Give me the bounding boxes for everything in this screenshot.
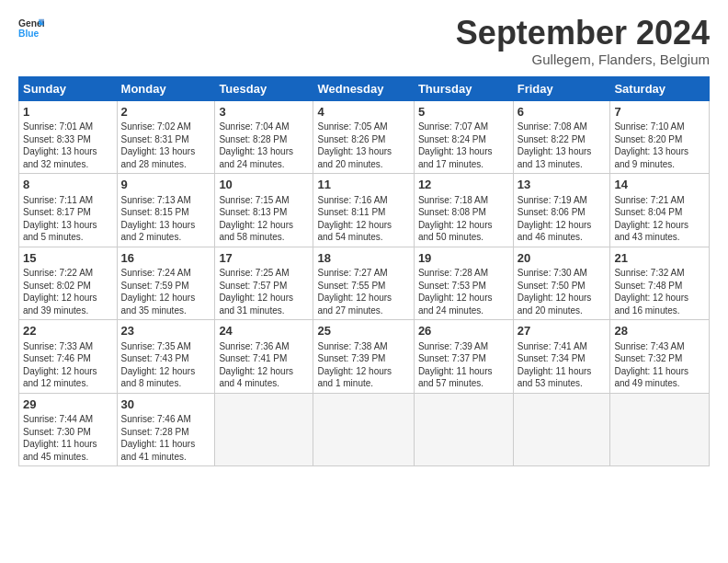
day-detail-16: Sunrise: 7:24 AM Sunset: 7:59 PM Dayligh… xyxy=(121,267,211,316)
day-detail-29: Sunrise: 7:44 AM Sunset: 7:30 PM Dayligh… xyxy=(23,413,113,463)
day-number-15: 15 xyxy=(23,250,113,267)
day-detail-18: Sunrise: 7:27 AM Sunset: 7:55 PM Dayligh… xyxy=(317,267,409,316)
day-number-4: 4 xyxy=(317,104,409,121)
table-row xyxy=(414,393,513,466)
day-number-9: 9 xyxy=(121,177,211,193)
table-row: 25Sunrise: 7:38 AM Sunset: 7:39 PM Dayli… xyxy=(313,320,414,394)
calendar-row-4: 22Sunrise: 7:33 AM Sunset: 7:46 PM Dayli… xyxy=(19,320,710,394)
calendar-table: Sunday Monday Tuesday Wednesday Thursday… xyxy=(18,76,710,467)
day-number-14: 14 xyxy=(614,177,705,193)
table-row xyxy=(215,393,313,466)
table-row: 29Sunrise: 7:44 AM Sunset: 7:30 PM Dayli… xyxy=(19,393,118,466)
day-number-30: 30 xyxy=(121,396,211,413)
day-number-11: 11 xyxy=(317,177,409,193)
day-detail-7: Sunrise: 7:10 AM Sunset: 8:20 PM Dayligh… xyxy=(614,121,705,170)
day-number-25: 25 xyxy=(317,323,409,339)
table-row: 19Sunrise: 7:28 AM Sunset: 7:53 PM Dayli… xyxy=(414,247,513,320)
day-detail-10: Sunrise: 7:15 AM Sunset: 8:13 PM Dayligh… xyxy=(219,194,309,244)
day-number-17: 17 xyxy=(219,250,309,267)
table-row: 20Sunrise: 7:30 AM Sunset: 7:50 PM Dayli… xyxy=(513,247,610,320)
day-detail-25: Sunrise: 7:38 AM Sunset: 7:39 PM Dayligh… xyxy=(317,340,409,390)
table-row: 26Sunrise: 7:39 AM Sunset: 7:37 PM Dayli… xyxy=(414,320,513,394)
day-number-28: 28 xyxy=(614,323,705,339)
calendar-row-5: 29Sunrise: 7:44 AM Sunset: 7:30 PM Dayli… xyxy=(19,393,710,466)
day-number-20: 20 xyxy=(518,250,607,267)
day-number-7: 7 xyxy=(614,104,705,121)
day-detail-20: Sunrise: 7:30 AM Sunset: 7:50 PM Dayligh… xyxy=(518,267,607,316)
col-tuesday: Tuesday xyxy=(215,76,313,100)
col-thursday: Thursday xyxy=(414,76,513,100)
day-number-6: 6 xyxy=(518,104,607,121)
table-row xyxy=(610,393,710,466)
table-row: 3Sunrise: 7:04 AM Sunset: 8:28 PM Daylig… xyxy=(215,100,313,174)
day-detail-2: Sunrise: 7:02 AM Sunset: 8:31 PM Dayligh… xyxy=(121,121,211,170)
calendar-row-3: 15Sunrise: 7:22 AM Sunset: 8:02 PM Dayli… xyxy=(19,247,710,320)
day-detail-21: Sunrise: 7:32 AM Sunset: 7:48 PM Dayligh… xyxy=(614,267,705,316)
page: General Blue September 2024 Gullegem, Fl… xyxy=(0,0,728,563)
calendar-header-row: Sunday Monday Tuesday Wednesday Thursday… xyxy=(19,76,710,100)
day-number-3: 3 xyxy=(219,104,309,121)
day-number-26: 26 xyxy=(418,323,509,339)
col-wednesday: Wednesday xyxy=(313,76,414,100)
table-row: 5Sunrise: 7:07 AM Sunset: 8:24 PM Daylig… xyxy=(414,100,513,174)
table-row: 6Sunrise: 7:08 AM Sunset: 8:22 PM Daylig… xyxy=(513,100,610,174)
col-monday: Monday xyxy=(117,76,215,100)
day-detail-23: Sunrise: 7:35 AM Sunset: 7:43 PM Dayligh… xyxy=(121,340,211,390)
day-detail-17: Sunrise: 7:25 AM Sunset: 7:57 PM Dayligh… xyxy=(219,267,309,316)
month-title: September 2024 xyxy=(456,15,710,52)
day-detail-5: Sunrise: 7:07 AM Sunset: 8:24 PM Dayligh… xyxy=(418,121,509,170)
day-number-19: 19 xyxy=(418,250,509,267)
day-detail-22: Sunrise: 7:33 AM Sunset: 7:46 PM Dayligh… xyxy=(23,340,113,390)
day-detail-13: Sunrise: 7:19 AM Sunset: 8:06 PM Dayligh… xyxy=(518,194,607,244)
day-number-21: 21 xyxy=(614,250,705,267)
day-detail-28: Sunrise: 7:43 AM Sunset: 7:32 PM Dayligh… xyxy=(614,340,705,390)
day-detail-1: Sunrise: 7:01 AM Sunset: 8:33 PM Dayligh… xyxy=(23,121,113,170)
table-row: 27Sunrise: 7:41 AM Sunset: 7:34 PM Dayli… xyxy=(513,320,610,394)
day-detail-15: Sunrise: 7:22 AM Sunset: 8:02 PM Dayligh… xyxy=(23,267,113,316)
day-detail-30: Sunrise: 7:46 AM Sunset: 7:28 PM Dayligh… xyxy=(121,413,211,463)
table-row: 4Sunrise: 7:05 AM Sunset: 8:26 PM Daylig… xyxy=(313,100,414,174)
table-row: 9Sunrise: 7:13 AM Sunset: 8:15 PM Daylig… xyxy=(117,174,215,247)
day-detail-27: Sunrise: 7:41 AM Sunset: 7:34 PM Dayligh… xyxy=(518,340,607,390)
day-number-18: 18 xyxy=(317,250,409,267)
calendar-body: 1Sunrise: 7:01 AM Sunset: 8:33 PM Daylig… xyxy=(19,100,710,466)
day-number-5: 5 xyxy=(418,104,509,121)
table-row: 12Sunrise: 7:18 AM Sunset: 8:08 PM Dayli… xyxy=(414,174,513,247)
table-row: 22Sunrise: 7:33 AM Sunset: 7:46 PM Dayli… xyxy=(19,320,118,394)
title-block: September 2024 Gullegem, Flanders, Belgi… xyxy=(456,15,710,67)
col-saturday: Saturday xyxy=(610,76,710,100)
logo: General Blue xyxy=(18,15,44,40)
table-row: 7Sunrise: 7:10 AM Sunset: 8:20 PM Daylig… xyxy=(610,100,710,174)
table-row: 10Sunrise: 7:15 AM Sunset: 8:13 PM Dayli… xyxy=(215,174,313,247)
table-row: 23Sunrise: 7:35 AM Sunset: 7:43 PM Dayli… xyxy=(117,320,215,394)
table-row: 24Sunrise: 7:36 AM Sunset: 7:41 PM Dayli… xyxy=(215,320,313,394)
day-detail-4: Sunrise: 7:05 AM Sunset: 8:26 PM Dayligh… xyxy=(317,121,409,170)
table-row: 8Sunrise: 7:11 AM Sunset: 8:17 PM Daylig… xyxy=(19,174,118,247)
day-detail-14: Sunrise: 7:21 AM Sunset: 8:04 PM Dayligh… xyxy=(614,194,705,244)
table-row: 13Sunrise: 7:19 AM Sunset: 8:06 PM Dayli… xyxy=(513,174,610,247)
day-number-12: 12 xyxy=(418,177,509,193)
table-row: 28Sunrise: 7:43 AM Sunset: 7:32 PM Dayli… xyxy=(610,320,710,394)
day-detail-6: Sunrise: 7:08 AM Sunset: 8:22 PM Dayligh… xyxy=(518,121,607,170)
col-sunday: Sunday xyxy=(19,76,118,100)
table-row xyxy=(313,393,414,466)
day-number-13: 13 xyxy=(518,177,607,193)
table-row: 14Sunrise: 7:21 AM Sunset: 8:04 PM Dayli… xyxy=(610,174,710,247)
day-number-2: 2 xyxy=(121,104,211,121)
day-number-10: 10 xyxy=(219,177,309,193)
table-row: 17Sunrise: 7:25 AM Sunset: 7:57 PM Dayli… xyxy=(215,247,313,320)
day-detail-12: Sunrise: 7:18 AM Sunset: 8:08 PM Dayligh… xyxy=(418,194,509,244)
day-number-22: 22 xyxy=(23,323,113,339)
day-detail-11: Sunrise: 7:16 AM Sunset: 8:11 PM Dayligh… xyxy=(317,194,409,244)
table-row: 2Sunrise: 7:02 AM Sunset: 8:31 PM Daylig… xyxy=(117,100,215,174)
day-number-16: 16 xyxy=(121,250,211,267)
day-detail-8: Sunrise: 7:11 AM Sunset: 8:17 PM Dayligh… xyxy=(23,194,113,244)
header: General Blue September 2024 Gullegem, Fl… xyxy=(18,15,710,67)
calendar-row-2: 8Sunrise: 7:11 AM Sunset: 8:17 PM Daylig… xyxy=(19,174,710,247)
day-detail-3: Sunrise: 7:04 AM Sunset: 8:28 PM Dayligh… xyxy=(219,121,309,170)
day-detail-26: Sunrise: 7:39 AM Sunset: 7:37 PM Dayligh… xyxy=(418,340,509,390)
day-number-27: 27 xyxy=(518,323,607,339)
day-number-24: 24 xyxy=(219,323,309,339)
table-row: 16Sunrise: 7:24 AM Sunset: 7:59 PM Dayli… xyxy=(117,247,215,320)
table-row: 15Sunrise: 7:22 AM Sunset: 8:02 PM Dayli… xyxy=(19,247,118,320)
